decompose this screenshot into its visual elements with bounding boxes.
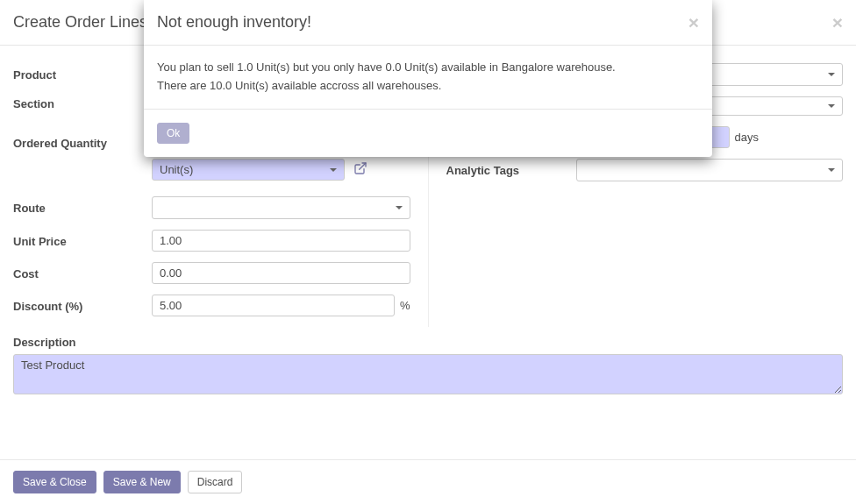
cost-input[interactable] xyxy=(152,262,410,284)
unit-price-row: Unit Price xyxy=(13,230,410,252)
route-label: Route xyxy=(13,196,152,215)
chevron-down-icon xyxy=(828,73,835,76)
dialog-title: Create Order Lines xyxy=(13,13,147,32)
days-unit: days xyxy=(735,131,759,144)
description-block: Description xyxy=(13,336,843,397)
section-label: Section xyxy=(13,92,152,110)
analytic-tags-row: Analytic Tags xyxy=(446,159,844,181)
save-new-button[interactable]: Save & New xyxy=(103,471,181,493)
description-textarea[interactable] xyxy=(13,354,843,394)
route-row: Route xyxy=(13,196,410,219)
alert-line-1: You plan to sell 1.0 Unit(s) but you onl… xyxy=(157,59,699,77)
product-label: Product xyxy=(13,63,152,82)
external-link-icon[interactable] xyxy=(353,161,367,178)
chevron-down-icon xyxy=(828,104,835,108)
alert-header: Not enough inventory! × xyxy=(144,0,712,46)
dialog-footer: Save & Close Save & New Discard xyxy=(0,459,856,504)
route-select[interactable] xyxy=(152,196,410,219)
svg-line-0 xyxy=(360,163,366,169)
close-icon[interactable]: × xyxy=(688,13,699,32)
inventory-alert-dialog: Not enough inventory! × You plan to sell… xyxy=(144,0,712,157)
alert-body: You plan to sell 1.0 Unit(s) but you onl… xyxy=(144,46,712,110)
chevron-down-icon xyxy=(330,168,337,172)
analytic-tags-select[interactable] xyxy=(576,159,844,181)
chevron-down-icon xyxy=(396,206,403,209)
discount-input[interactable] xyxy=(152,295,395,316)
cost-row: Cost xyxy=(13,262,410,284)
save-close-button[interactable]: Save & Close xyxy=(13,471,96,493)
unit-price-input[interactable] xyxy=(152,230,410,252)
discard-button[interactable]: Discard xyxy=(188,471,243,493)
analytic-tags-label: Analytic Tags xyxy=(446,159,576,177)
uom-select[interactable]: Unit(s) xyxy=(152,159,345,181)
percent-unit: % xyxy=(400,299,410,312)
ordered-qty-label: Ordered Quantity xyxy=(13,131,152,150)
discount-row: Discount (%) % xyxy=(13,295,410,316)
alert-title: Not enough inventory! xyxy=(157,13,311,32)
alert-footer: Ok xyxy=(144,110,712,157)
description-label: Description xyxy=(13,336,843,349)
uom-value: Unit(s) xyxy=(160,163,193,176)
cost-label: Cost xyxy=(13,262,152,280)
close-icon[interactable]: × xyxy=(832,13,843,32)
discount-label: Discount (%) xyxy=(13,295,152,313)
chevron-down-icon xyxy=(828,168,835,172)
unit-price-label: Unit Price xyxy=(13,230,152,248)
ok-button[interactable]: Ok xyxy=(157,123,189,144)
alert-line-2: There are 10.0 Unit(s) available accross… xyxy=(157,77,699,96)
